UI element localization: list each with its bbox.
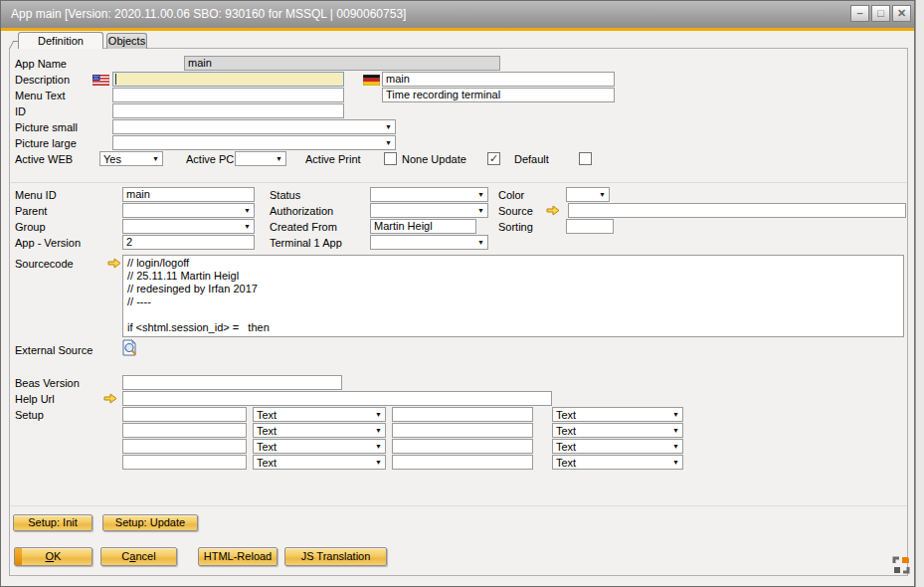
setup-update-button[interactable]: Setup: Update xyxy=(102,514,198,531)
setup-type2-value: Text xyxy=(556,425,576,437)
setup-type2-select[interactable]: Text ▼ xyxy=(552,423,683,438)
link-arrow-icon[interactable] xyxy=(103,393,117,406)
none-update-checkbox[interactable]: ✓ xyxy=(487,152,500,165)
picture-large-label: Picture large xyxy=(15,136,77,151)
setup-value1-input[interactable] xyxy=(122,423,247,438)
source-input[interactable] xyxy=(568,203,906,218)
setup-type1-select[interactable]: Text ▼ xyxy=(253,423,386,438)
setup-type1-value: Text xyxy=(257,441,277,453)
setup-type1-value: Text xyxy=(257,409,277,421)
description-de-input[interactable]: main xyxy=(382,72,615,87)
title-bar[interactable]: App main [Version: 2020.11.00.06 SBO: 93… xyxy=(1,1,915,28)
chevron-down-icon: ▼ xyxy=(375,443,382,450)
chevron-down-icon: ▼ xyxy=(477,239,484,246)
setup-type1-select[interactable]: Text ▼ xyxy=(253,439,386,454)
terminal-1-app-select[interactable]: ▼ xyxy=(370,235,488,250)
app-main-dialog: App main [Version: 2020.11.00.06 SBO: 93… xyxy=(0,0,915,587)
default-checkbox[interactable] xyxy=(579,152,592,165)
ok-button[interactable]: OK xyxy=(14,547,92,566)
link-arrow-icon[interactable] xyxy=(546,205,560,218)
html-reload-button[interactable]: HTML-Reload xyxy=(198,547,277,566)
setup-type2-select[interactable]: Text ▼ xyxy=(552,407,683,422)
picture-large-select[interactable]: ▼ xyxy=(112,135,396,150)
setup-type1-value: Text xyxy=(257,457,277,469)
active-pc-label: Active PC xyxy=(186,152,234,167)
tab-objects[interactable]: Objects xyxy=(106,33,147,49)
menu-id-input[interactable]: main xyxy=(122,187,255,202)
setup-value1-input[interactable] xyxy=(122,455,247,470)
chevron-down-icon: ▼ xyxy=(672,411,679,418)
ok-button-label: O xyxy=(46,550,55,562)
sorting-label: Sorting xyxy=(498,220,533,235)
setup-value1-input[interactable] xyxy=(122,439,247,454)
active-print-checkbox[interactable] xyxy=(384,152,397,165)
external-source-label: External Source xyxy=(15,343,92,358)
beas-version-label: Beas Version xyxy=(15,376,80,391)
menu-text-de-input[interactable]: Time recording terminal xyxy=(382,88,615,102)
chevron-down-icon: ▼ xyxy=(672,427,679,434)
section-divider xyxy=(10,182,907,183)
js-translation-button[interactable]: JS Translation xyxy=(284,547,387,566)
accent-line xyxy=(1,28,915,31)
parent-label: Parent xyxy=(15,204,47,219)
beas-version-input[interactable] xyxy=(122,375,342,390)
active-pc-select[interactable]: ▼ xyxy=(235,151,286,166)
picture-small-select[interactable]: ▼ xyxy=(112,119,396,134)
parent-select[interactable]: ▼ xyxy=(122,203,255,218)
setup-init-button[interactable]: Setup: Init xyxy=(13,514,92,531)
chevron-down-icon: ▼ xyxy=(152,155,159,162)
color-select[interactable]: ▼ xyxy=(566,187,610,202)
maximize-icon[interactable]: □ xyxy=(871,5,890,22)
active-web-value: Yes xyxy=(103,153,121,165)
chevron-down-icon: ▼ xyxy=(375,459,382,466)
minimize-icon[interactable]: – xyxy=(850,5,869,22)
setup-value2-input[interactable] xyxy=(392,439,533,454)
setup-value2-input[interactable] xyxy=(392,423,533,438)
app-name-label: App Name xyxy=(15,57,67,72)
terminal-1-app-label: Terminal 1 App xyxy=(270,236,342,251)
none-update-label: None Update xyxy=(402,152,466,167)
description-en-input[interactable] xyxy=(112,72,344,87)
close-icon[interactable]: ✕ xyxy=(892,5,911,22)
sorting-input[interactable] xyxy=(566,219,614,234)
created-from-label: Created From xyxy=(270,220,337,235)
help-url-input[interactable] xyxy=(122,391,552,406)
setup-type1-value: Text xyxy=(257,425,277,437)
setup-value1-input[interactable] xyxy=(122,407,247,422)
authorization-select[interactable]: ▼ xyxy=(370,203,488,218)
germany-flag-icon xyxy=(363,75,380,88)
setup-value2-input[interactable] xyxy=(392,455,533,470)
id-label: ID xyxy=(15,104,26,119)
setup-type1-select[interactable]: Text ▼ xyxy=(253,455,386,470)
setup-label: Setup xyxy=(15,408,44,423)
group-select[interactable]: ▼ xyxy=(122,219,255,234)
chevron-down-icon: ▼ xyxy=(672,459,679,466)
link-arrow-icon[interactable] xyxy=(107,258,121,271)
default-label: Default xyxy=(514,152,549,167)
sourcecode-textarea[interactable]: // login/logoff // 25.11.11 Martin Heigl… xyxy=(122,255,904,337)
description-label: Description xyxy=(15,73,70,88)
setup-type2-select[interactable]: Text ▼ xyxy=(552,439,683,454)
chevron-down-icon: ▼ xyxy=(244,207,251,214)
sourcecode-label: Sourcecode xyxy=(15,257,74,272)
chevron-down-icon: ▼ xyxy=(276,155,282,162)
chevron-down-icon: ▼ xyxy=(477,191,484,198)
chevron-down-icon: ▼ xyxy=(672,443,679,450)
menu-text-input[interactable] xyxy=(112,88,344,102)
id-input[interactable] xyxy=(112,103,344,118)
group-label: Group xyxy=(15,220,46,235)
chevron-down-icon: ▼ xyxy=(375,411,382,418)
status-select[interactable]: ▼ xyxy=(370,187,488,202)
setup-type2-value: Text xyxy=(556,409,576,421)
resize-grip-icon[interactable] xyxy=(892,556,910,576)
tab-definition[interactable]: Definition xyxy=(18,32,103,49)
external-source-preview-icon[interactable] xyxy=(122,339,137,358)
setup-type2-value: Text xyxy=(556,441,576,453)
cancel-button[interactable]: Cancel xyxy=(100,547,177,566)
created-from-input[interactable]: Martin Heigl xyxy=(370,219,476,234)
setup-type1-select[interactable]: Text ▼ xyxy=(253,407,386,422)
setup-type2-select[interactable]: Text ▼ xyxy=(552,455,683,470)
setup-value2-input[interactable] xyxy=(392,407,533,422)
active-web-select[interactable]: Yes ▼ xyxy=(99,151,163,166)
app-version-input[interactable]: 2 xyxy=(122,235,255,250)
